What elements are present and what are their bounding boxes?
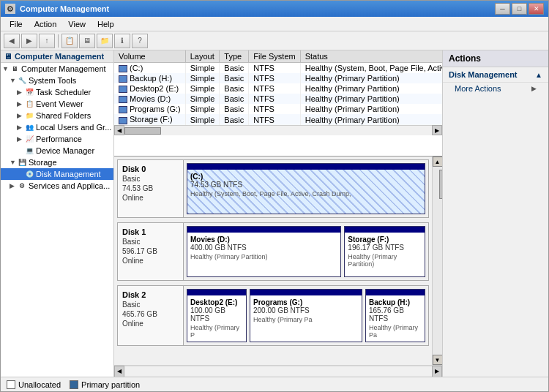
disk-0-c-partition[interactable]: (C:) 74.53 GB NTFS Healthy (System, Boot… xyxy=(187,163,425,214)
action-section-label: Disk Management xyxy=(449,70,518,79)
v-scroll-thumb[interactable] xyxy=(439,170,443,199)
storage-icon: 💾 xyxy=(17,157,27,167)
menu-view[interactable]: View xyxy=(62,18,92,30)
partition-status: Healthy (Primary P xyxy=(190,324,243,339)
disk-2-partitions: Desktop2 (E:) 100.00 GB NTFS Healthy (Pr… xyxy=(184,286,428,345)
maximize-button[interactable]: □ xyxy=(512,3,527,15)
close-button[interactable]: ✕ xyxy=(529,3,544,15)
tree-item-event-viewer[interactable]: ▶ 📋 Event Viewer xyxy=(1,98,113,110)
status-cell: Healthy (Primary Partition) xyxy=(300,114,442,124)
tree-item-services[interactable]: ▶ ⚙ Services and Applica... xyxy=(1,180,113,192)
partition-header xyxy=(187,227,340,233)
col-volume[interactable]: Volume xyxy=(114,50,185,63)
bottom-scroll-left[interactable]: ◀ xyxy=(114,366,124,377)
disk-0-type: Basic xyxy=(122,175,179,183)
disk-2-backup-partition[interactable]: Backup (H:) 165.76 GB NTFS Healthy (Prim… xyxy=(365,289,425,342)
tree-label: Event Viewer xyxy=(36,99,83,108)
tree-item-device-manager[interactable]: 💻 Device Manager xyxy=(1,145,113,157)
folder-button[interactable]: 📁 xyxy=(97,34,113,48)
toolbar-separator-1 xyxy=(58,34,59,48)
main-window: ⚙ Computer Management ─ □ ✕ File Action … xyxy=(0,0,549,392)
table-row[interactable]: (C:) Simple Basic NTFS Healthy (System, … xyxy=(114,63,442,74)
tree-item-task-scheduler[interactable]: ▶ 📅 Task Scheduler xyxy=(1,86,113,98)
tree-item-shared-folders[interactable]: ▶ 📁 Shared Folders xyxy=(1,110,113,121)
disk-0-row: Disk 0 Basic 74.53 GB Online (C:) 74.53 … xyxy=(117,159,429,218)
properties-button[interactable]: ℹ xyxy=(114,34,130,48)
tree-item-local-users[interactable]: ▶ 👥 Local Users and Gr... xyxy=(1,121,113,133)
up-button[interactable]: ↑ xyxy=(39,34,55,48)
unallocated-swatch xyxy=(7,380,15,389)
disk-1-storage-partition[interactable]: Storage (F:) 196.17 GB NTFS Healthy (Pri… xyxy=(344,226,425,277)
back-button[interactable]: ◀ xyxy=(4,34,20,48)
forward-button[interactable]: ▶ xyxy=(21,34,37,48)
scheduler-icon: 📅 xyxy=(24,87,34,97)
show-hide-button[interactable]: 📋 xyxy=(61,34,78,48)
tree-label: System Tools xyxy=(29,76,76,85)
actions-panel: Actions Disk Management ▲ More Actions ▶ xyxy=(442,50,548,377)
expand-icon: ▼ xyxy=(2,65,10,72)
disk-management-action-section[interactable]: Disk Management ▲ xyxy=(443,67,548,83)
col-type[interactable]: Type xyxy=(220,50,249,63)
scroll-down-button[interactable]: ▼ xyxy=(433,355,443,365)
partition-label: Backup (H:) xyxy=(369,298,422,306)
disk-1-type: Basic xyxy=(122,238,179,246)
disk-1-status: Online xyxy=(122,257,179,265)
bottom-hscroll[interactable]: ◀ ▶ xyxy=(114,365,442,377)
scroll-left-button[interactable]: ◀ xyxy=(114,125,124,135)
h-scroll-thumb[interactable] xyxy=(124,127,161,135)
menu-action[interactable]: Action xyxy=(29,18,63,30)
partition-status: Healthy (Primary Pa xyxy=(369,324,422,339)
table-row[interactable]: Desktop2 (E:) Simple Basic NTFS Healthy … xyxy=(114,83,442,94)
col-status[interactable]: Status xyxy=(300,50,442,63)
expand-icon xyxy=(17,170,24,178)
partition-size: 400.00 GB NTFS xyxy=(190,244,337,252)
scroll-right-button[interactable]: ▶ xyxy=(432,125,442,135)
toolbar: ◀ ▶ ↑ 📋 🖥 📁 ℹ ? xyxy=(1,31,548,50)
help-button[interactable]: ? xyxy=(132,34,148,48)
tools-icon: 🔧 xyxy=(17,75,27,86)
tree-label: Storage xyxy=(29,158,57,167)
menu-help[interactable]: Help xyxy=(92,18,120,30)
services-icon: ⚙ xyxy=(17,181,27,191)
computer-button[interactable]: 🖥 xyxy=(79,34,95,48)
layout-cell: Simple xyxy=(185,63,220,74)
bottom-scroll-right[interactable]: ▶ xyxy=(432,366,442,377)
table-row[interactable]: Movies (D:) Simple Basic NTFS Healthy (P… xyxy=(114,94,442,104)
list-view: Volume Layout Type File System Status (C… xyxy=(114,50,442,157)
more-actions-link[interactable]: More Actions ▶ xyxy=(443,83,548,94)
table-row[interactable]: Storage (F:) Simple Basic NTFS Healthy (… xyxy=(114,114,442,124)
expand-icon: ▼ xyxy=(10,159,17,166)
layout-cell: Simple xyxy=(185,94,220,104)
tree-item-storage[interactable]: ▼ 💾 Storage xyxy=(1,157,113,168)
table-row[interactable]: Programs (G:) Simple Basic NTFS Healthy … xyxy=(114,104,442,114)
tree-header-label: Computer Management xyxy=(15,52,104,61)
partition-header xyxy=(366,290,425,295)
col-layout[interactable]: Layout xyxy=(185,50,220,63)
arrow-right-icon: ▶ xyxy=(531,85,537,92)
tree-header-icon: 🖥 xyxy=(4,52,12,61)
volume-table: Volume Layout Type File System Status (C… xyxy=(114,50,442,125)
tree-item-computer-management[interactable]: ▼ 🖥 Computer Management xyxy=(1,63,113,75)
tree-item-system-tools[interactable]: ▼ 🔧 System Tools xyxy=(1,75,113,86)
disk-v-scrollbar[interactable]: ▲ ▼ xyxy=(432,157,442,365)
main-area: 🖥 Computer Management ▼ 🖥 Computer Manag… xyxy=(1,50,548,377)
col-fs[interactable]: File System xyxy=(249,50,300,63)
scroll-up-button[interactable]: ▲ xyxy=(433,157,443,167)
app-icon: ⚙ xyxy=(5,4,15,14)
tree-item-performance[interactable]: ▶ 📈 Performance xyxy=(1,133,113,145)
menu-file[interactable]: File xyxy=(4,18,29,30)
disk-1-movies-partition[interactable]: Movies (D:) 400.00 GB NTFS Healthy (Prim… xyxy=(187,226,341,277)
fs-cell: NTFS xyxy=(249,104,300,114)
minimize-button[interactable]: ─ xyxy=(495,3,510,15)
disk-2-programs-partition[interactable]: Programs (G:) 200.00 GB NTFS Healthy (Pr… xyxy=(250,289,362,342)
h-scrollbar[interactable]: ◀ ▶ xyxy=(114,125,442,135)
disk-0-size: 74.53 GB xyxy=(122,184,179,192)
tree-item-disk-management[interactable]: 💿 Disk Management xyxy=(1,168,113,180)
volume-cell: Movies (D:) xyxy=(114,94,185,104)
expand-icon: ▶ xyxy=(17,100,24,108)
disk-2-desktop2-partition[interactable]: Desktop2 (E:) 100.00 GB NTFS Healthy (Pr… xyxy=(187,289,247,342)
section-collapse-icon: ▲ xyxy=(535,71,542,79)
expand-icon: ▶ xyxy=(17,124,24,131)
table-row[interactable]: Backup (H:) Simple Basic NTFS Healthy (P… xyxy=(114,73,442,83)
tree-label: Services and Applica... xyxy=(29,181,110,190)
